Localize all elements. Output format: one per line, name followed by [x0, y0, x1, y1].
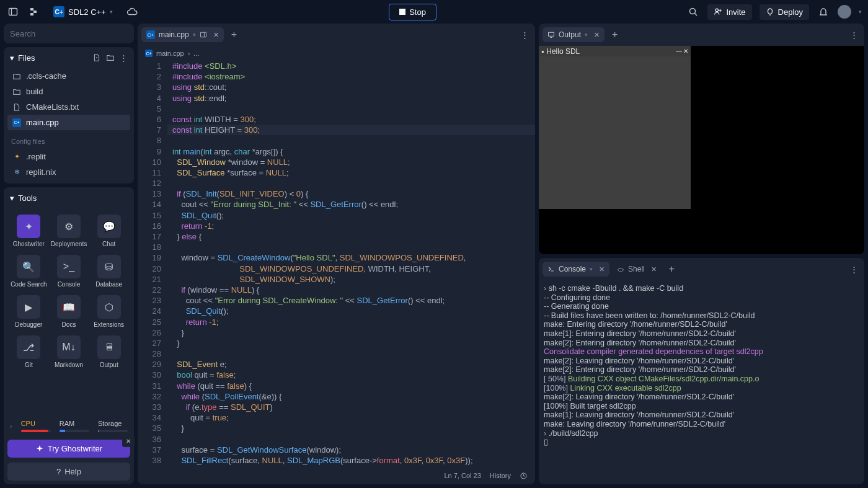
- cloud-status-icon[interactable]: [125, 5, 139, 19]
- history-icon[interactable]: [520, 472, 528, 480]
- files-toggle[interactable]: ▾ Files: [10, 53, 35, 63]
- editor-tab-main[interactable]: C+ main.cpp ▾ ✕: [141, 27, 224, 42]
- tool-icon: 💬: [97, 215, 121, 238]
- tool-icon: 📖: [57, 295, 81, 319]
- svg-rect-3: [33, 11, 37, 13]
- tool-database[interactable]: ⛁Database: [89, 251, 129, 291]
- tools-toggle[interactable]: ▾ Tools: [10, 193, 37, 203]
- file-item[interactable]: ✦.replit: [7, 149, 130, 164]
- topbar: C+ SDL2 C++ ▾ Stop Invite Deploy ▾: [0, 0, 868, 24]
- sparkle-icon: [35, 445, 44, 453]
- files-panel: ▾ Files ⋮ .ccls-cachebuildCMakeLists.txt…: [4, 47, 134, 184]
- close-icon[interactable]: ✕: [211, 31, 219, 39]
- tool-debugger[interactable]: ▶Debugger: [9, 291, 49, 332]
- close-icon[interactable]: ✕: [122, 435, 135, 447]
- cpu-label: CPU: [21, 420, 51, 427]
- project-name: SDL2 C++: [68, 7, 106, 17]
- tool-code-search[interactable]: 🔍Code Search: [9, 251, 49, 291]
- tool-icon: 🖥: [97, 335, 121, 359]
- tool-docs[interactable]: 📖Docs: [49, 291, 89, 332]
- files-header: Files: [18, 53, 35, 63]
- output-panel: Output ▾ ✕ + ⋮ ▪ Hello SDL — ✕: [539, 24, 864, 254]
- config-icon: ❄: [12, 168, 21, 177]
- svg-rect-2: [30, 8, 33, 11]
- new-folder-icon[interactable]: [106, 53, 115, 63]
- more-icon[interactable]: ⋮: [120, 53, 128, 63]
- help-icon: ?: [56, 467, 61, 476]
- new-tab-button[interactable]: +: [607, 27, 622, 43]
- ghostwriter-cta-label: Try Ghostwriter: [48, 444, 102, 453]
- rocket-icon: [766, 7, 774, 16]
- search-icon[interactable]: [686, 5, 700, 19]
- sidebar-icon[interactable]: [200, 31, 207, 38]
- config-icon: ✦: [12, 153, 21, 161]
- code-editor[interactable]: 1234567891011121314151617181920212223242…: [138, 61, 535, 467]
- close-icon[interactable]: ✕: [683, 48, 688, 55]
- new-file-icon[interactable]: [92, 53, 101, 63]
- expand-icon: ›: [10, 422, 12, 430]
- chevron-down-icon[interactable]: ▾: [859, 9, 862, 15]
- svg-point-5: [690, 9, 696, 14]
- chevron-down-icon: ▾: [10, 193, 14, 203]
- cursor-position: Ln 7, Col 23: [444, 472, 480, 479]
- history-button[interactable]: History: [490, 472, 511, 479]
- search-input[interactable]: Search: [4, 24, 134, 43]
- tools-panel: ▾ Tools ✦Ghostwriter⚙Deployments💬Chat🔍Co…: [4, 187, 134, 484]
- console-output[interactable]: › sh -c cmake -Bbuild . && make -C build…: [539, 280, 864, 484]
- tool-chat[interactable]: 💬Chat: [89, 211, 129, 251]
- tool-output[interactable]: 🖥Output: [89, 332, 129, 372]
- more-icon[interactable]: ⋮: [847, 262, 861, 276]
- avatar[interactable]: [838, 5, 851, 19]
- close-icon[interactable]: ✕: [591, 31, 600, 39]
- cpp-icon: C+: [53, 6, 64, 17]
- shell-tab[interactable]: Shell ✕: [612, 262, 662, 277]
- svg-line-6: [695, 14, 698, 16]
- help-button[interactable]: ? Help: [7, 463, 130, 481]
- resources-bar[interactable]: › CPU RAM Storage: [4, 416, 134, 436]
- editor-panel: C+ main.cpp ▾ ✕ + ⋮ C+ main.cpp › ... 12…: [138, 24, 535, 484]
- svg-rect-16: [549, 32, 554, 36]
- new-tab-button[interactable]: +: [226, 27, 242, 43]
- bell-icon[interactable]: [817, 5, 830, 19]
- tool-icon: ⛁: [97, 255, 121, 278]
- more-icon[interactable]: ⋮: [518, 28, 531, 42]
- tool-markdown[interactable]: M↓Markdown: [49, 332, 89, 372]
- deploy-button[interactable]: Deploy: [760, 4, 809, 20]
- svg-rect-0: [9, 9, 17, 16]
- console-panel: Console ▾ ✕ Shell ✕ + ⋮ › sh -c cmake -B…: [539, 258, 864, 484]
- console-tab[interactable]: Console ▾ ✕: [542, 262, 609, 277]
- file-item[interactable]: .ccls-cache: [7, 68, 130, 84]
- output-tab-label: Output: [559, 30, 581, 39]
- close-icon[interactable]: ✕: [649, 265, 657, 273]
- file-item[interactable]: ❄replit.nix: [7, 164, 130, 180]
- chevron-down-icon: ▾: [110, 9, 113, 15]
- minimize-icon[interactable]: —: [676, 48, 682, 55]
- chevron-down-icon: ▾: [193, 32, 196, 38]
- output-tab[interactable]: Output ▾ ✕: [542, 27, 604, 42]
- more-icon[interactable]: ⋮: [847, 28, 861, 42]
- cpp-icon: C+: [146, 30, 155, 39]
- file-icon: [12, 103, 21, 112]
- breadcrumb[interactable]: C+ main.cpp › ...: [138, 46, 535, 61]
- tool-console[interactable]: >_Console: [49, 251, 89, 291]
- tool-deployments[interactable]: ⚙Deployments: [49, 211, 89, 251]
- project-selector[interactable]: C+ SDL2 C++ ▾: [48, 4, 118, 19]
- output-viewport[interactable]: ▪ Hello SDL — ✕: [539, 46, 864, 254]
- stop-button[interactable]: Stop: [389, 4, 436, 20]
- new-tab-button[interactable]: +: [664, 261, 680, 277]
- file-item[interactable]: C+main.cpp: [7, 115, 130, 130]
- tool-extensions[interactable]: ⬡Extensions: [89, 291, 129, 332]
- try-ghostwriter-button[interactable]: Try Ghostwriter: [7, 440, 130, 458]
- status-bar: Ln 7, Col 23 History: [138, 467, 535, 484]
- tool-ghostwriter[interactable]: ✦Ghostwriter: [9, 211, 49, 251]
- panel-toggle-icon[interactable]: [6, 5, 20, 19]
- chevron-down-icon: ▾: [10, 53, 14, 63]
- invite-button[interactable]: Invite: [707, 4, 751, 20]
- close-icon[interactable]: ✕: [596, 265, 604, 273]
- console-tab-label: Console: [559, 265, 586, 273]
- replit-logo-icon[interactable]: [27, 5, 41, 19]
- file-item[interactable]: build: [7, 84, 130, 99]
- tool-git[interactable]: ⎇Git: [9, 332, 49, 372]
- file-item[interactable]: CMakeLists.txt: [7, 99, 130, 115]
- storage-label: Storage: [98, 420, 128, 427]
